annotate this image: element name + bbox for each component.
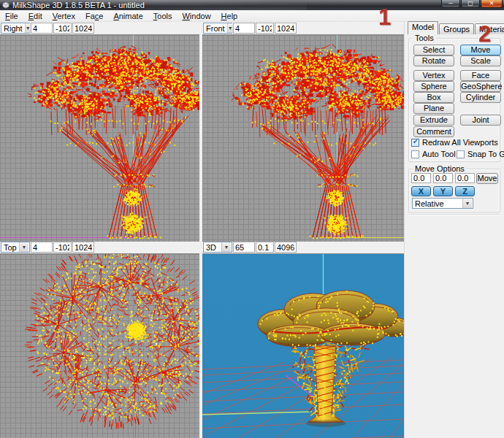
- panel-divider: [408, 214, 500, 215]
- tool-button-geosphere[interactable]: GeoSphere: [460, 81, 501, 92]
- viewport-far-field[interactable]: [72, 242, 94, 253]
- tool-button-joint[interactable]: Joint: [460, 115, 501, 126]
- unchecked-checkbox-icon: [457, 150, 465, 158]
- move-apply-button[interactable]: Move: [476, 173, 498, 184]
- viewport-near-field[interactable]: [256, 242, 274, 253]
- viewport-canvas-front[interactable]: [202, 34, 404, 242]
- minimize-button[interactable]: ─: [441, 0, 460, 8]
- axis-button-y[interactable]: Y: [433, 186, 453, 196]
- tool-button-comment[interactable]: Comment: [413, 126, 454, 137]
- tool-button-select[interactable]: Select: [413, 45, 454, 55]
- chevron-down-icon: ▼: [19, 242, 28, 252]
- viewport-zoom-field[interactable]: [233, 23, 255, 34]
- viewport-header-3d: 3D ▼: [202, 241, 404, 253]
- chevron-down-icon: ▼: [221, 242, 231, 252]
- viewport-fov-field[interactable]: [233, 242, 255, 253]
- chevron-down-icon: ▼: [25, 23, 31, 33]
- checkbox-redraw-all-viewports[interactable]: Redraw All Viewports: [411, 138, 498, 147]
- menu-window[interactable]: Window: [177, 11, 215, 21]
- viewport-header-top: Top ▼: [0, 241, 199, 253]
- axis-button-z[interactable]: Z: [455, 186, 475, 196]
- move-options-label: Move Options: [413, 164, 467, 173]
- viewport-mode-select-right[interactable]: Right ▼: [1, 23, 30, 34]
- close-button[interactable]: ✕: [481, 0, 503, 8]
- move-x-field[interactable]: [411, 173, 431, 183]
- move-z-field[interactable]: [455, 173, 475, 183]
- tab-groups[interactable]: Groups: [439, 23, 474, 34]
- viewport-zoom-field[interactable]: [31, 242, 53, 253]
- checkbox-snap-to-grid[interactable]: Snap To Grid: [457, 150, 504, 158]
- tool-button-plane[interactable]: Plane: [413, 103, 454, 114]
- viewport-canvas-top[interactable]: [0, 253, 199, 438]
- viewport-canvas-3d[interactable]: [202, 253, 404, 438]
- viewport-header-front: Front ▼: [202, 22, 404, 34]
- menu-tools[interactable]: Tools: [148, 11, 177, 21]
- tool-button-extrude[interactable]: Extrude: [413, 115, 454, 126]
- viewport-canvas-right[interactable]: [0, 34, 199, 242]
- checkbox-label: Redraw All Viewports: [422, 138, 498, 147]
- menu-edit[interactable]: Edit: [23, 11, 47, 21]
- menu-vertex[interactable]: Vertex: [47, 11, 80, 21]
- unchecked-checkbox-icon: [411, 150, 419, 158]
- viewport-near-field[interactable]: [53, 242, 72, 253]
- tool-button-box[interactable]: Box: [413, 92, 454, 103]
- checkbox-label: Snap To Grid: [467, 150, 504, 158]
- annotation-2: 2: [478, 23, 491, 45]
- maximize-button[interactable]: ▢: [461, 0, 480, 8]
- tool-button-rotate[interactable]: Rotate: [413, 55, 454, 66]
- axis-button-x[interactable]: X: [411, 186, 431, 196]
- tool-button-sphere[interactable]: Sphere: [413, 81, 454, 92]
- viewport-mode-select-top[interactable]: Top ▼: [1, 242, 30, 253]
- menu-file[interactable]: File: [0, 11, 23, 21]
- viewport-far-field[interactable]: [275, 242, 297, 253]
- menu-animate[interactable]: Animate: [108, 11, 148, 21]
- viewport-near-field[interactable]: [53, 23, 72, 34]
- tool-button-cylinder[interactable]: Cylinder: [460, 92, 501, 103]
- tool-button-face[interactable]: Face: [460, 70, 501, 81]
- tools-groupbox-label: Tools: [413, 34, 436, 42]
- viewport-far-field[interactable]: [275, 23, 297, 34]
- viewport-mode-select-3d[interactable]: 3D ▼: [203, 242, 232, 253]
- checked-checkbox-icon: [411, 139, 419, 147]
- viewport-zoom-field[interactable]: [31, 23, 53, 34]
- checkbox-auto-tool[interactable]: Auto Tool: [411, 150, 456, 158]
- viewport-mode-select-front[interactable]: Front ▼: [203, 23, 232, 34]
- window-title: MilkShape 3D 1.8.5 BETA 1 - untitled: [12, 1, 145, 9]
- viewport-header-right: Right ▼: [0, 22, 199, 34]
- menu-help[interactable]: Help: [216, 11, 243, 21]
- tool-button-scale[interactable]: Scale: [460, 55, 501, 66]
- viewport-far-field[interactable]: [72, 23, 94, 34]
- app-icon: [2, 1, 9, 9]
- move-y-field[interactable]: [433, 173, 453, 183]
- milkshape-window: MilkShape 3D 1.8.5 BETA 1 - untitled ─ ▢…: [0, 0, 504, 438]
- title-bar[interactable]: MilkShape 3D 1.8.5 BETA 1 - untitled ─ ▢…: [0, 0, 504, 10]
- annotation-1: 1: [378, 6, 391, 28]
- chevron-down-icon: ▼: [227, 23, 233, 33]
- menu-face[interactable]: Face: [80, 11, 108, 21]
- checkbox-label: Auto Tool: [422, 150, 456, 158]
- tab-model[interactable]: Model: [408, 21, 438, 34]
- tool-button-vertex[interactable]: Vertex: [413, 70, 454, 81]
- menu-bar: FileEditVertexFaceAnimateToolsWindowHelp: [0, 10, 504, 22]
- chevron-down-icon: ▼: [462, 199, 472, 208]
- move-mode-select[interactable]: Relative ▼: [412, 198, 473, 209]
- viewport-near-field[interactable]: [256, 23, 274, 34]
